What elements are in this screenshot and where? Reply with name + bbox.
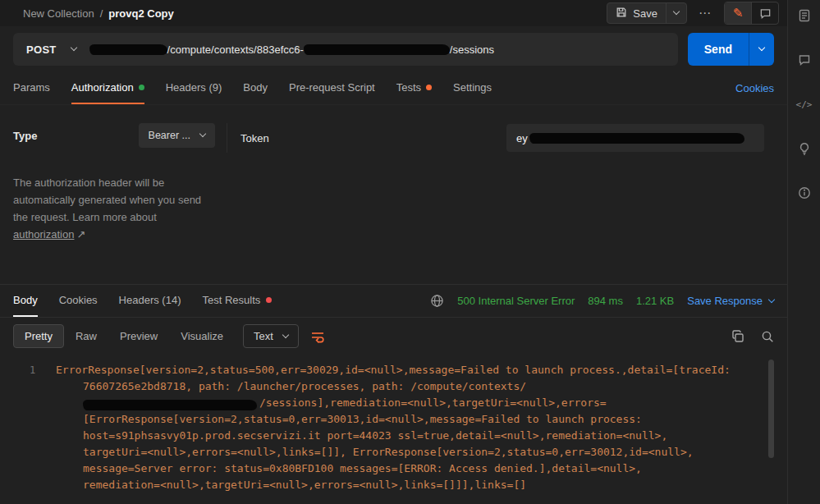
- breadcrumb-separator: /: [100, 7, 103, 20]
- code-line: host=s91phsasvy01p.prod.secservizi.it po…: [56, 428, 738, 444]
- edit-comment-group: ✎: [724, 2, 779, 25]
- search-icon: [761, 330, 774, 343]
- method-selector[interactable]: POST: [13, 44, 89, 56]
- tab-params[interactable]: Params: [13, 72, 50, 104]
- response-code: ErrorResponse[version=2,status=500,err=3…: [0, 362, 787, 493]
- main-column: New Collection / provq2 Copy Save ⋯ ✎: [0, 0, 787, 504]
- top-bar: New Collection / provq2 Copy Save ⋯ ✎: [0, 0, 787, 26]
- type-label: Type: [13, 130, 37, 142]
- code-text: ErrorResponse[version=2,status=500,err=3…: [56, 364, 731, 376]
- documentation-icon[interactable]: [797, 8, 812, 23]
- chevron-down-icon: [282, 331, 289, 337]
- response-time[interactable]: 894 ms: [588, 295, 623, 307]
- response-tab-test-results[interactable]: Test Results: [202, 285, 272, 317]
- send-button-group: Send: [688, 33, 774, 66]
- orange-dot-icon: [426, 85, 432, 90]
- request-title[interactable]: provq2 Copy: [108, 7, 173, 20]
- send-dropdown-button[interactable]: [749, 33, 774, 66]
- token-visible-prefix: ey: [516, 132, 528, 144]
- code-snippet-icon[interactable]: </>: [797, 97, 812, 112]
- send-button[interactable]: Send: [688, 33, 749, 66]
- comment-button[interactable]: [752, 2, 778, 24]
- tab-authorization[interactable]: Authorization: [71, 72, 144, 104]
- method-label: POST: [26, 44, 57, 56]
- view-preview[interactable]: Preview: [108, 324, 169, 348]
- postman-window: New Collection / provq2 Copy Save ⋯ ✎: [0, 0, 820, 504]
- chevron-down-icon: [70, 44, 76, 51]
- code-text: /sessions],remediation=<null>,targetUri=…: [259, 396, 607, 409]
- auth-type-column: Type Bearer ...: [13, 123, 215, 148]
- save-response-button[interactable]: Save Response: [687, 295, 774, 307]
- response-toolbar: Pretty Raw Preview Visualize Text: [0, 317, 787, 355]
- format-dropdown[interactable]: Text: [243, 324, 299, 348]
- code-line: targetUri=<null>,errors=<null>,links=[]]…: [56, 444, 738, 460]
- info-icon[interactable]: [797, 186, 812, 200]
- tab-prerequest-script[interactable]: Pre-request Script: [289, 72, 375, 104]
- chevron-down-icon: [673, 8, 680, 15]
- auth-type-dropdown[interactable]: Bearer ...: [139, 123, 215, 148]
- view-raw[interactable]: Raw: [64, 324, 108, 348]
- search-button[interactable]: [761, 330, 774, 343]
- comment-icon: [759, 7, 772, 20]
- view-visualize[interactable]: Visualize: [169, 324, 235, 348]
- lightbulb-icon[interactable]: [797, 141, 812, 156]
- response-meta: 500 Internal Server Error 894 ms 1.21 KB…: [430, 285, 774, 317]
- response-tab-headers[interactable]: Headers (14): [119, 285, 181, 317]
- response-size[interactable]: 1.21 KB: [636, 295, 674, 307]
- view-label: Pretty: [25, 330, 53, 342]
- code-text: message=Server error: status=0x80BFD100 …: [83, 462, 642, 474]
- external-link-icon: ↗: [76, 228, 85, 241]
- cookies-link[interactable]: Cookies: [735, 72, 774, 104]
- view-label: Preview: [120, 330, 158, 342]
- status-code[interactable]: 500 Internal Server Error: [457, 295, 575, 307]
- comments-icon[interactable]: [797, 53, 812, 67]
- authorization-link[interactable]: authorization: [13, 228, 74, 241]
- breadcrumb[interactable]: New Collection: [23, 7, 94, 20]
- tab-label: Headers (14): [119, 294, 181, 306]
- save-button[interactable]: Save: [607, 3, 666, 23]
- wrap-lines-toggle[interactable]: [310, 330, 325, 343]
- tab-tests[interactable]: Tests: [396, 72, 432, 104]
- red-dot-icon: [266, 297, 272, 303]
- tab-body[interactable]: Body: [243, 72, 268, 104]
- edit-button[interactable]: ✎: [725, 2, 751, 24]
- request-tabs: Params Authorization Headers (9) Body Pr…: [0, 72, 787, 105]
- url-suffix: /sessions: [450, 44, 494, 56]
- code-text: remediation=<null>,targetUri=<null>,erro…: [83, 479, 526, 491]
- tab-label: Body: [13, 294, 38, 306]
- copy-button[interactable]: [731, 330, 744, 343]
- pencil-icon: ✎: [733, 6, 744, 21]
- request-url-row: POST /compute/contexts/883efcc6-/session…: [0, 26, 787, 72]
- auth-help-sentence: The authorization header will be automat…: [13, 176, 201, 223]
- right-sidebar-rail: </>: [787, 0, 820, 504]
- auth-type-value: Bearer ...: [149, 130, 190, 141]
- auth-help-text: The authorization header will be automat…: [13, 174, 204, 243]
- save-dropdown-button[interactable]: [667, 3, 686, 23]
- view-pretty[interactable]: Pretty: [13, 324, 64, 348]
- response-redaction: [83, 400, 257, 410]
- token-input[interactable]: ey: [506, 124, 764, 152]
- chevron-down-icon: [199, 131, 206, 137]
- code-line: ErrorResponse[version=2,status=500,err=3…: [56, 362, 738, 378]
- tab-label: Settings: [453, 81, 492, 94]
- send-label: Send: [704, 43, 732, 56]
- code-line: /sessions],remediation=<null>,targetUri=…: [56, 395, 738, 411]
- url-path: /compute/contexts/: [167, 44, 257, 56]
- scrollbar[interactable]: [768, 360, 774, 458]
- code-line: 76607265e2bd8718, path: /launcher/proces…: [56, 378, 738, 395]
- network-globe-icon[interactable]: [430, 294, 444, 308]
- tab-settings[interactable]: Settings: [453, 72, 492, 104]
- url-input[interactable]: /compute/contexts/883efcc6-/sessions: [89, 44, 678, 56]
- token-label: Token: [241, 132, 269, 144]
- response-tab-body[interactable]: Body: [13, 285, 38, 317]
- tab-headers[interactable]: Headers (9): [166, 72, 222, 104]
- response-tab-cookies[interactable]: Cookies: [59, 285, 98, 317]
- cookies-label: Cookies: [735, 82, 774, 94]
- token-redaction: [529, 133, 744, 144]
- authorization-panel: Type Bearer ... Token ey The authorizati…: [0, 105, 787, 284]
- code-line: [ErrorResponse[version=2,status=0,err=30…: [56, 411, 738, 428]
- response-body[interactable]: 1 ErrorResponse[version=2,status=500,err…: [0, 355, 787, 504]
- more-options-button[interactable]: ⋯: [687, 6, 724, 21]
- auth-token-row: Token ey: [227, 123, 774, 153]
- code-text: [ErrorResponse[version=2,status=0,err=30…: [83, 413, 642, 425]
